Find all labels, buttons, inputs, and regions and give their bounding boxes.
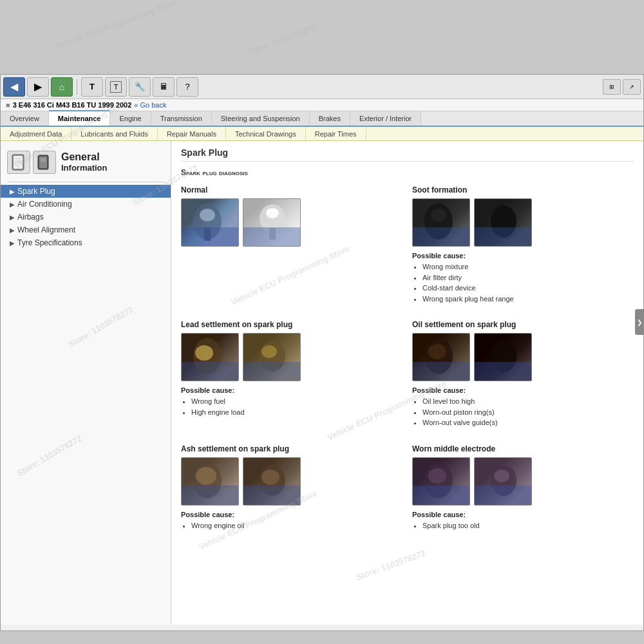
tab-transmission[interactable]: Transmission: [151, 111, 212, 126]
sidebar-divider: [7, 182, 164, 182]
scroll-tab[interactable]: ❯: [635, 309, 643, 335]
sidebar-item-spark-plug[interactable]: ▶ Spark Plug: [1, 185, 171, 198]
content-area: General Information ▶ Spark Plug ▶ Air C…: [1, 141, 643, 625]
spark-img-ash-2: [243, 457, 301, 506]
cause-item: Spark plug too old: [422, 520, 634, 531]
diagnosis-lead: Lead settlement on spark plug: [181, 317, 402, 431]
oil-cause-list: Oil level too high Worn-out piston ring(…: [412, 396, 634, 428]
ash-cause-list: Wrong engine oil: [181, 520, 402, 531]
spark-img-ash-1: [181, 457, 239, 506]
diagnosis-oil-images: [412, 333, 634, 381]
diagnosis-soot-title: Soot formation: [412, 185, 634, 194]
sidebar-item-airbags[interactable]: ▶ Airbags: [1, 211, 171, 223]
spark-img-oil-1: [412, 333, 470, 381]
worn-cause-list: Spark plug too old: [412, 520, 634, 531]
go-back-link[interactable]: « Go back: [134, 101, 166, 109]
cause-item: Cold-start device: [422, 283, 634, 294]
grid-btn[interactable]: ⊞: [603, 79, 621, 95]
svg-point-10: [200, 209, 215, 222]
tab-brakes[interactable]: Brakes: [310, 111, 350, 126]
sidebar-icon-group: [7, 151, 56, 174]
tool-button[interactable]: 🔧: [129, 77, 151, 97]
cause-item: Worn-out valve guide(s): [422, 417, 634, 428]
arrow-icon: ▶: [10, 214, 15, 221]
sidebar-header: General Information: [1, 147, 171, 179]
spark-img-soot-2: [474, 198, 532, 247]
cause-item: Wrong spark plug heat range: [422, 294, 634, 305]
soot-cause-list: Wrong mixture Air filter dirty Cold-star…: [412, 261, 634, 304]
spark-img-lead-1: [181, 333, 239, 381]
nav-tabs-row-2: Adjustment Data Lubricants and Fluids Re…: [1, 127, 643, 141]
tab-steering[interactable]: Steering and Suspension: [212, 111, 310, 126]
lead-cause-list: Wrong fuel High engine load: [181, 396, 402, 417]
spark-img-oil-2: [474, 333, 532, 381]
cause-item: Oil level too high: [422, 396, 634, 407]
spark-img-normal-2: [243, 198, 301, 247]
manual-icon: [37, 153, 52, 171]
toolbar: ◀ ▶ ⌂ T T 🔧 🖩 ? ⊞ ↗: [1, 75, 643, 99]
spark-img-normal-1: [181, 198, 239, 247]
text-btn-1[interactable]: T: [81, 77, 103, 97]
diagnosis-soot: Soot formation: [412, 182, 634, 307]
tab-exterior[interactable]: Exterior / Interior: [350, 111, 421, 126]
svg-rect-14: [269, 228, 276, 240]
lead-cause-label: Possible cause:: [181, 386, 402, 394]
diagnosis-normal: Normal: [181, 182, 402, 307]
sidebar: General Information ▶ Spark Plug ▶ Air C…: [1, 141, 171, 625]
diagnosis-worn: Worn middle electrode: [412, 441, 634, 535]
tab-lubricants[interactable]: Lubricants and Fluids: [71, 127, 158, 140]
spark-img-lead-2: [243, 333, 301, 381]
spark-img-soot-1: [412, 198, 470, 247]
tab-adjustment-data[interactable]: Adjustment Data: [1, 127, 71, 140]
svg-point-21: [261, 345, 277, 358]
cause-item: Wrong mixture: [422, 261, 634, 272]
diagnosis-worn-title: Worn middle electrode: [412, 444, 634, 453]
svg-rect-6: [39, 156, 47, 168]
diagnosis-section-title: Spark plug diagnosis: [181, 168, 634, 177]
tab-maintenance[interactable]: Maintenance: [49, 110, 111, 126]
app-window: ◀ ▶ ⌂ T T 🔧 🖩 ? ⊞ ↗ ■ 3 E46 316 Ci M: [0, 74, 644, 631]
diagnosis-soot-images: [412, 198, 634, 247]
ash-cause-label: Possible cause:: [181, 511, 402, 518]
cause-item: Wrong engine oil: [191, 520, 402, 531]
worn-cause-label: Possible cause:: [412, 511, 634, 518]
spark-img-worn-1: [412, 457, 470, 506]
diagnosis-oil-title: Oil settlement on spark plug: [412, 320, 634, 329]
diagnosis-lead-title: Lead settlement on spark plug: [181, 320, 402, 329]
cause-item: Wrong fuel: [191, 396, 402, 407]
arrow-icon: ▶: [10, 240, 15, 247]
tab-overview[interactable]: Overview: [1, 111, 49, 126]
svg-point-30: [428, 468, 446, 484]
arrow-icon: ▶: [10, 188, 15, 195]
home-button[interactable]: ⌂: [51, 77, 73, 97]
page-title: Spark Plug: [181, 147, 634, 162]
svg-rect-11: [204, 228, 211, 241]
sidebar-icon-2: [33, 151, 56, 174]
tab-technical-drawings[interactable]: Technical Drawings: [226, 127, 306, 140]
book-icon: [11, 153, 26, 171]
bottom-grey-area: [0, 631, 644, 644]
svg-point-23: [428, 344, 446, 359]
car-info: 3 E46 316 Ci M43 B16 TU 1999 2002: [13, 101, 132, 109]
soot-cause-label: Possible cause:: [412, 252, 634, 260]
back-button[interactable]: ◀: [3, 77, 25, 97]
sidebar-item-wheel-alignment[interactable]: ▶ Wheel Alignment: [1, 223, 171, 236]
sidebar-item-tyre-specifications[interactable]: ▶ Tyre Specifications: [1, 236, 171, 249]
oil-cause-label: Possible cause:: [412, 386, 634, 394]
tab-repair-times[interactable]: Repair Times: [306, 127, 366, 140]
svg-point-13: [266, 208, 279, 218]
forward-button[interactable]: ▶: [27, 77, 49, 97]
sidebar-subtitle: Information: [61, 163, 108, 173]
text-btn-2[interactable]: T: [105, 77, 127, 97]
arrow-icon: ▶: [10, 227, 15, 234]
diagnosis-ash-title: Ash settlement on spark plug: [181, 444, 402, 453]
expand-btn[interactable]: ↗: [623, 79, 641, 95]
tab-engine[interactable]: Engine: [110, 111, 151, 126]
settings-button[interactable]: ?: [176, 77, 198, 97]
sidebar-item-air-conditioning[interactable]: ▶ Air Conditioning: [1, 198, 171, 211]
svg-point-32: [494, 469, 509, 482]
top-grey-area: [0, 0, 644, 74]
tab-repair-manuals[interactable]: Repair Manuals: [158, 127, 226, 140]
svg-point-24: [491, 340, 516, 372]
calc-button[interactable]: 🖩: [153, 77, 175, 97]
